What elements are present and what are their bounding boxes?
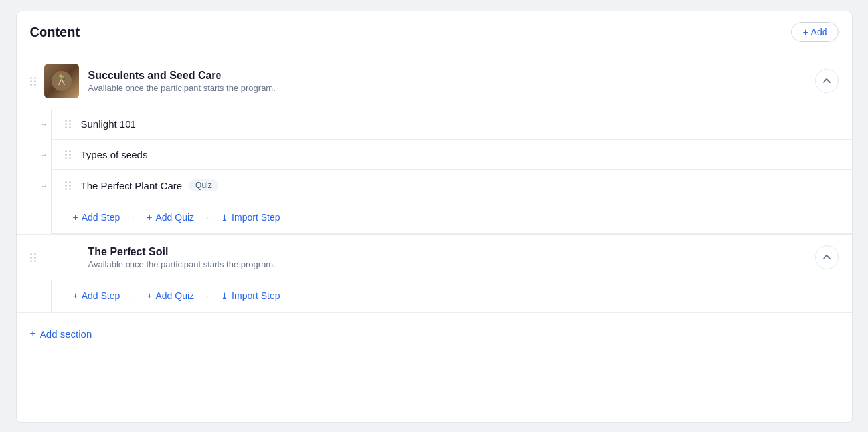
step-3-name: The Perfect Plant Care [81, 180, 183, 191]
step-1-name: Sunlight 101 [81, 118, 136, 130]
thumbnail-image [52, 71, 72, 91]
add-quiz-label: Add Quiz [156, 212, 195, 223]
s2-import-step-label: Import Step [232, 290, 280, 301]
section-1-collapse-button[interactable] [815, 69, 839, 93]
step-3-arrow: → [40, 181, 48, 191]
section-2-steps: + Add Step · + Add Quiz · ⤓ Import Step [51, 280, 852, 312]
step-2-drag-handle[interactable] [65, 150, 72, 159]
quiz-badge: Quiz [189, 179, 218, 191]
section-1-name: Succulents and Seed Care [88, 70, 815, 82]
section-2-collapse-button[interactable] [815, 245, 839, 269]
step-2-name: Types of seeds [81, 149, 148, 160]
s2-sep-2: · [206, 289, 209, 303]
s2-add-step-plus-icon: + [73, 290, 78, 301]
section-2-meta: Available once the participant starts th… [88, 259, 815, 269]
s2-add-quiz-label: Add Quiz [156, 290, 195, 301]
add-step-label: Add Step [82, 212, 120, 223]
add-section-plus-icon: + [30, 328, 36, 340]
section-2-steps-wrapper: + Add Step · + Add Quiz · ⤓ Import Step [17, 280, 852, 312]
section-succulents: Succulents and Seed Care Available once … [17, 53, 852, 235]
section-2-add-quiz-button[interactable]: + Add Quiz [139, 286, 202, 305]
import-step-icon: ⤓ [221, 213, 228, 223]
section-1-meta: Available once the participant starts th… [88, 83, 815, 93]
add-section-label: Add section [40, 328, 92, 340]
section-2-drag-handle[interactable] [30, 253, 37, 262]
section-1-action-row: + Add Step · + Add Quiz · ⤓ Import Step [52, 201, 852, 234]
section-2-action-row: + Add Step · + Add Quiz · ⤓ Import Step [52, 280, 852, 312]
add-button-label: Add [811, 27, 827, 37]
s2-sep-1: · [131, 289, 135, 303]
section-1-drag-handle[interactable] [30, 77, 37, 86]
section-1-add-quiz-button[interactable]: + Add Quiz [139, 208, 202, 227]
svg-point-0 [52, 71, 72, 91]
chevron-up-icon-2 [822, 253, 831, 262]
step-1-drag-handle[interactable] [65, 120, 72, 128]
section-1-thumbnail [44, 64, 79, 98]
chevron-up-icon [822, 76, 831, 86]
step-sunlight-101: → Sunlight 101 [52, 109, 852, 140]
add-quiz-plus-icon: + [147, 212, 152, 223]
section-2-import-step-button[interactable]: ⤓ Import Step [213, 286, 288, 305]
content-container: Content + Add [16, 11, 853, 423]
add-step-plus-icon: + [73, 212, 78, 223]
add-section-row: + Add section [17, 313, 852, 354]
content-header: Content + Add [17, 11, 852, 53]
section-2-indent [17, 280, 51, 312]
section-perfect-soil: The Perfect Soil Available once the part… [17, 235, 852, 313]
step-perfect-plant-care: → The Perfect Plant Care Quiz [52, 170, 852, 201]
section-1-info: Succulents and Seed Care Available once … [88, 70, 815, 93]
step-3-drag-handle[interactable] [65, 181, 72, 190]
section-2-name: The Perfect Soil [88, 246, 815, 258]
section-1-header: Succulents and Seed Care Available once … [17, 53, 852, 109]
sep-1: · [131, 211, 135, 225]
step-types-of-seeds: → Types of seeds [52, 140, 852, 170]
section-2-info: The Perfect Soil Available once the part… [88, 246, 815, 269]
section-1-add-step-button[interactable]: + Add Step [65, 208, 128, 227]
svg-point-2 [61, 76, 64, 78]
plus-icon: + [802, 27, 808, 37]
add-section-button[interactable]: + Add section [30, 324, 92, 344]
section-1-import-step-button[interactable]: ⤓ Import Step [213, 208, 288, 227]
section-2-header: The Perfect Soil Available once the part… [17, 235, 852, 280]
import-step-label: Import Step [232, 212, 280, 223]
s2-import-step-icon: ⤓ [221, 291, 228, 301]
section-1-steps-wrapper: → Sunlight 101 → Type [17, 109, 852, 234]
section-1-steps: → Sunlight 101 → Type [51, 109, 852, 234]
sep-2: · [206, 211, 209, 225]
step-1-arrow: → [40, 119, 48, 129]
page-title: Content [30, 25, 80, 40]
section-2-add-step-button[interactable]: + Add Step [65, 286, 128, 305]
step-2-arrow: → [40, 150, 48, 160]
s2-add-quiz-plus-icon: + [147, 290, 152, 301]
add-button[interactable]: + Add [791, 22, 838, 42]
s2-add-step-label: Add Step [82, 290, 120, 301]
